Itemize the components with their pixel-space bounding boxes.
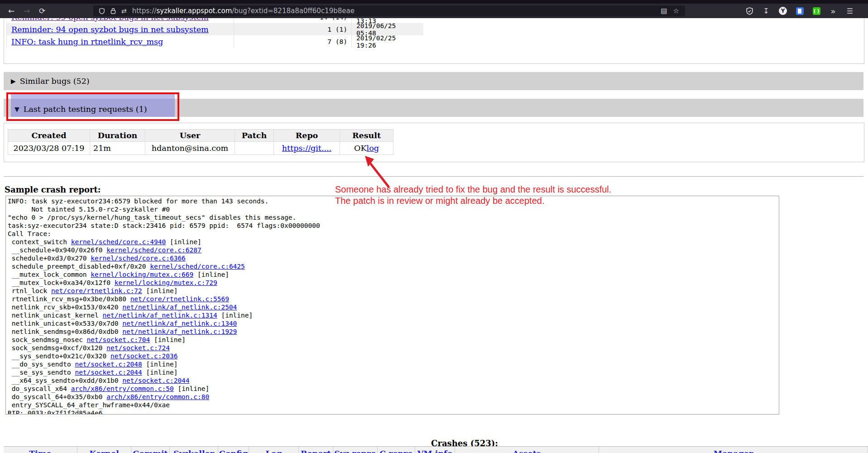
bug-list: Reminder: 99 open syzbot bugs in net sub…: [6, 18, 423, 48]
crashes-column-header: C repro: [378, 447, 415, 453]
back-button[interactable]: ←: [4, 6, 19, 15]
crashes-column-header: Kernel: [77, 447, 131, 453]
page-content: Reminder: 99 open syzbot bugs in net sub…: [0, 18, 868, 453]
source-code-link[interactable]: net/core/rtnetlink.c:5569: [130, 295, 229, 303]
patch-repo-cell: https://git....: [274, 142, 340, 154]
crashes-column-header: Report: [299, 447, 333, 453]
crashes-column-header: Time: [4, 447, 77, 453]
crash-line: Not tainted 5.15.0-rc2-syzkaller #0: [8, 205, 777, 213]
similar-bugs-toggle[interactable]: ▶ Similar bugs (52): [4, 72, 863, 90]
bookmark-star-icon[interactable]: ☆: [673, 7, 679, 15]
source-code-link[interactable]: net/socket.c:704: [87, 336, 150, 343]
bug-row: INFO: task hung in rtnetlink_rcv_msg7 (8…: [6, 35, 423, 48]
crash-line: schedule+0xd3/0x270 kernel/sched/core.c:…: [8, 254, 777, 262]
crash-line: "echo 0 > /proc/sys/kernel/hung_task_tim…: [8, 213, 777, 222]
source-code-link[interactable]: kernel/locking/mutex.c:729: [115, 279, 217, 286]
source-code-link[interactable]: net/netlink/af_netlink.c:1340: [122, 320, 237, 327]
source-code-link[interactable]: kernel/sched/core.c:6366: [91, 255, 186, 262]
source-code-link[interactable]: net/socket.c:2044: [75, 369, 142, 376]
blue-extension-icon[interactable]: [795, 6, 804, 15]
crashes-sort-link[interactable]: Assets: [513, 449, 541, 453]
patch-requests-toggle[interactable]: ▼ Last patch testing requests (1): [11, 94, 175, 117]
source-code-link[interactable]: kernel/sched/core.c:6287: [106, 246, 201, 254]
crashes-sort-link[interactable]: VM info: [417, 449, 453, 453]
url-text[interactable]: https://syzkaller.appspot.com/bug?extid=…: [132, 7, 661, 15]
url-bar[interactable]: ⇄ https://syzkaller.appspot.com/bug?exti…: [93, 5, 685, 16]
source-code-link[interactable]: net/socket.c:2048: [75, 361, 142, 368]
patch-column-header: Duration: [90, 130, 145, 142]
crashes-sort-link[interactable]: Time: [29, 449, 51, 453]
crash-line: task:syz-executor234 state:D stack:23416…: [8, 222, 777, 230]
source-code-link[interactable]: net/netlink/af_netlink.c:1929: [122, 328, 237, 335]
overflow-chevrons-icon[interactable]: »: [829, 6, 838, 15]
repo-link[interactable]: https://git....: [282, 144, 331, 153]
patch-requests-label: Last patch testing requests (1): [24, 105, 147, 114]
crashes-sort-link[interactable]: Commit: [133, 449, 168, 453]
crash-line: RIP: 0033:0x7f1f2d85a4e6: [8, 409, 777, 414]
lock-icon[interactable]: [110, 8, 116, 14]
forward-button[interactable]: →: [19, 6, 34, 15]
bug-count-cell: 1 (1): [234, 23, 351, 35]
url-path: /bug?extid=8218a8a0ff60c19b8eae: [232, 7, 355, 15]
permissions-swap-icon[interactable]: ⇄: [121, 7, 127, 14]
crashes-sort-link[interactable]: Log: [265, 449, 282, 453]
crash-line: __do_sys_sendto net/socket.c:2048 [inlin…: [8, 360, 777, 368]
crashes-sort-link[interactable]: Config: [219, 449, 248, 453]
patch-column-header: User: [145, 130, 235, 142]
bug-date-cell: 2019/02/25 19:26: [351, 35, 419, 48]
bug-link[interactable]: Reminder: 94 open syzbot bugs in net sub…: [11, 25, 209, 34]
shield-check-extension-icon[interactable]: [745, 6, 754, 15]
bug-title-cell: INFO: task hung in rtnetlink_rcv_msg: [7, 37, 234, 46]
crashes-sort-link[interactable]: Kernel: [89, 449, 119, 453]
source-code-link[interactable]: net/socket.c:2044: [122, 377, 189, 384]
source-code-link[interactable]: net/core/rtnetlink.c:72: [51, 287, 142, 294]
bug-count-cell: 14 (14): [234, 18, 351, 23]
crashes-sort-link[interactable]: Syz repro: [334, 449, 376, 453]
reload-button[interactable]: ⟳: [34, 6, 50, 15]
menu-hamburger-icon[interactable]: ☰: [845, 6, 854, 15]
patch-column-header: Created: [8, 130, 90, 142]
y-extension-icon[interactable]: Y: [778, 6, 787, 15]
source-code-link[interactable]: arch/x86/entry/common.c:50: [71, 385, 174, 392]
tracking-protection-shield-icon[interactable]: [99, 8, 105, 14]
source-code-link[interactable]: net/socket.c:724: [106, 344, 170, 352]
green-extension-icon[interactable]: ( ): [812, 6, 821, 15]
blue-extension-badge: [796, 7, 804, 15]
source-code-link[interactable]: kernel/locking/mutex.c:669: [91, 271, 193, 278]
crash-line: entry_SYSCALL_64_after_hwframe+0x44/0xae: [8, 401, 777, 409]
crash-line: do_syscall_x64 arch/x86/entry/common.c:5…: [8, 385, 777, 393]
bug-row: Reminder: 94 open syzbot bugs in net sub…: [6, 23, 423, 35]
crash-line: netlink_unicast+0x533/0x7d0 net/netlink/…: [8, 319, 777, 328]
crashes-column-header: Syz repro: [333, 447, 378, 453]
bug-link[interactable]: INFO: task hung in rtnetlink_rcv_msg: [11, 37, 163, 46]
crash-report-pre[interactable]: INFO: task syz-executor234:6579 blocked …: [5, 196, 779, 414]
downloads-icon[interactable]: ↧: [762, 6, 771, 15]
source-code-link[interactable]: net/socket.c:2036: [110, 352, 177, 360]
url-protocol: https://: [132, 7, 157, 15]
tab-strip: [0, 0, 868, 4]
crashes-sort-link[interactable]: Report: [301, 449, 331, 453]
reader-mode-icon[interactable]: ▤: [661, 7, 667, 15]
source-code-link[interactable]: kernel/sched/core.c:4940: [71, 238, 166, 246]
crash-line: schedule_preempt_disabled+0xf/0x20 kerne…: [8, 262, 777, 270]
crashes-sort-link[interactable]: Syzkaller: [173, 449, 214, 453]
browser-chrome: ← → ⟳ ⇄ https://syzkaller.appspot.com/bu…: [0, 0, 868, 18]
crashes-column-header: VM info: [415, 447, 455, 453]
similar-bugs-label: Similar bugs (52): [20, 77, 90, 86]
crash-line: rtnl_lock net/core/rtnetlink.c:72 [inlin…: [8, 287, 777, 295]
source-code-link[interactable]: arch/x86/entry/common.c:80: [106, 393, 209, 400]
source-code-link[interactable]: net/netlink/af_netlink.c:1314: [103, 312, 217, 319]
bug-link[interactable]: Reminder: 99 open syzbot bugs in net sub…: [11, 18, 209, 22]
crashes-sort-link[interactable]: C repro: [379, 449, 413, 453]
source-code-link[interactable]: net/netlink/af_netlink.c:2504: [122, 304, 237, 311]
source-code-link[interactable]: kernel/sched/core.c:6425: [150, 263, 245, 270]
red-arrow-annotation: [356, 152, 398, 192]
patch-table-head-row: CreatedDurationUserPatchRepoResult: [8, 130, 393, 142]
crash-line: sock_sendmsg_nosec net/socket.c:704 [inl…: [8, 336, 777, 344]
bug-title-cell: Reminder: 99 open syzbot bugs in net sub…: [7, 18, 234, 22]
crash-line: do_syscall_64+0x35/0xb0 arch/x86/entry/c…: [8, 393, 777, 401]
result-log-link[interactable]: log: [367, 144, 379, 153]
patch-patch-cell: [235, 142, 274, 154]
section-divider: [4, 176, 863, 177]
crashes-sort-link[interactable]: Manager: [714, 449, 753, 453]
